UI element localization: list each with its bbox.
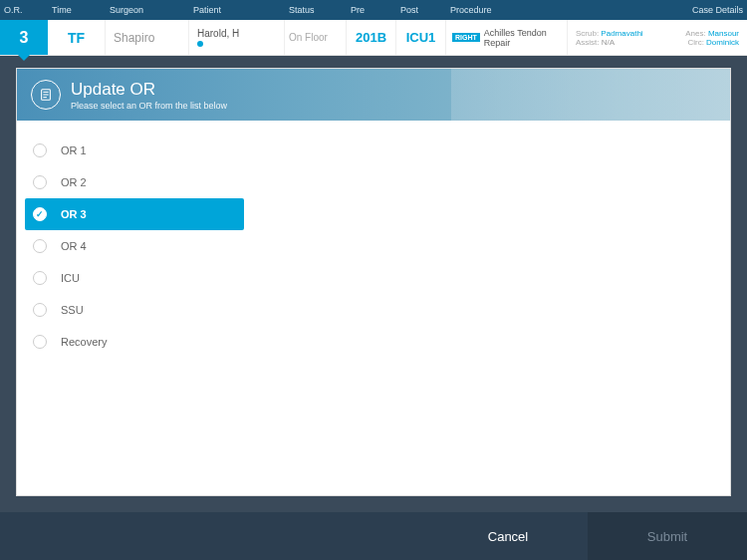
or-option-icu[interactable]: ICU <box>17 262 730 294</box>
cell-status: On Floor <box>285 20 347 55</box>
or-option-label: OR 2 <box>61 176 87 188</box>
circ-value: Dominick <box>706 38 739 47</box>
header-post: Post <box>396 5 446 15</box>
cell-patient: Harold, H <box>189 20 285 55</box>
header-or: O.R. <box>0 5 48 15</box>
header-pre: Pre <box>347 5 396 15</box>
assist-label: Assist: <box>576 38 600 47</box>
or-option-label: OR 3 <box>61 208 87 220</box>
or-option-label: SSU <box>61 304 84 316</box>
cell-post: ICU1 <box>396 20 446 55</box>
scrub-label: Scrub: <box>576 29 599 38</box>
anes-value: Mansour <box>708 29 739 38</box>
or-option-2[interactable]: OR 2 <box>17 166 730 198</box>
header-patient: Patient <box>189 5 285 15</box>
modal-container: Update OR Please select an OR from the l… <box>0 56 747 496</box>
radio-icon <box>33 143 47 157</box>
cell-pre: 201B <box>347 20 396 55</box>
action-spacer <box>0 512 428 560</box>
cell-time: TF <box>48 20 106 55</box>
clipboard-icon <box>31 80 61 110</box>
header-surgeon: Surgeon <box>106 5 189 15</box>
cell-surgeon: Shapiro <box>106 20 189 55</box>
header-procedure: Procedure <box>446 5 618 15</box>
cell-procedure: RIGHT Achilles Tendon Repair <box>446 20 568 55</box>
radio-icon <box>33 175 47 189</box>
radio-icon <box>33 335 47 349</box>
header-status: Status <box>285 5 347 15</box>
or-option-1[interactable]: OR 1 <box>17 135 730 166</box>
cancel-button[interactable]: Cancel <box>428 512 588 560</box>
circ-label: Circ: <box>687 38 703 47</box>
case-row[interactable]: 3 TF Shapiro Harold, H On Floor 201B ICU… <box>0 20 747 56</box>
radio-checked-icon <box>33 207 47 221</box>
or-option-4[interactable]: OR 4 <box>17 230 730 262</box>
or-option-label: ICU <box>61 272 80 284</box>
modal-header: Update OR Please select an OR from the l… <box>17 69 730 121</box>
patient-status-dot-icon <box>197 41 203 47</box>
or-option-label: OR 1 <box>61 144 87 156</box>
or-option-ssu[interactable]: SSU <box>17 294 730 326</box>
submit-button[interactable]: Submit <box>588 512 747 560</box>
update-or-modal: Update OR Please select an OR from the l… <box>16 68 731 496</box>
modal-subtitle: Please select an OR from the list below <box>71 101 227 111</box>
radio-icon <box>33 271 47 285</box>
side-badge: RIGHT <box>452 33 480 42</box>
or-option-label: Recovery <box>61 336 107 348</box>
anes-label: Anes: <box>685 29 705 38</box>
header-time: Time <box>48 5 106 15</box>
or-option-recovery[interactable]: Recovery <box>17 326 730 358</box>
header-case-details: Case Details <box>618 5 747 15</box>
cell-case-details: Scrub: Padmavathi Anes: Mansour Assist: … <box>568 20 747 55</box>
cell-or-number[interactable]: 3 <box>0 20 48 55</box>
procedure-text: Achilles Tendon Repair <box>484 28 567 48</box>
patient-name: Harold, H <box>197 28 284 39</box>
assist-value: N/A <box>602 38 615 47</box>
or-option-3[interactable]: OR 3 <box>25 198 244 230</box>
column-headers: O.R. Time Surgeon Patient Status Pre Pos… <box>0 0 747 20</box>
or-option-label: OR 4 <box>61 240 87 252</box>
radio-icon <box>33 303 47 317</box>
modal-title: Update OR <box>71 80 227 100</box>
or-options-list: OR 1 OR 2 OR 3 OR 4 ICU SSU <box>17 121 730 372</box>
action-bar: Cancel Submit <box>0 512 747 560</box>
scrub-value: Padmavathi <box>601 29 642 38</box>
radio-icon <box>33 239 47 253</box>
